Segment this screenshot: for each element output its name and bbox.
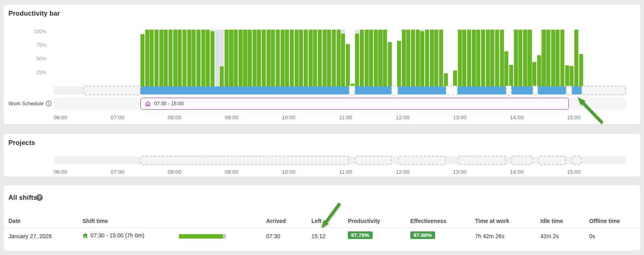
bar-slot[interactable] [411, 30, 416, 86]
tracked-time-segment[interactable] [398, 86, 446, 94]
bar-slot[interactable] [388, 30, 393, 86]
bar-slot[interactable] [276, 30, 281, 86]
bar-slot[interactable] [425, 30, 430, 86]
bar-slot[interactable] [211, 30, 215, 86]
bar-slot[interactable] [462, 30, 467, 86]
bar-slot[interactable] [337, 30, 341, 86]
bar-slot[interactable] [239, 30, 243, 86]
tracked-time-segment[interactable] [572, 86, 582, 94]
bar-slot[interactable] [574, 30, 579, 86]
bar-slot[interactable] [323, 30, 327, 86]
bar-slot[interactable] [365, 30, 369, 86]
bar-slot[interactable] [285, 30, 290, 86]
bar-slot[interactable] [570, 30, 574, 86]
bar-slot[interactable] [509, 30, 514, 86]
bar-slot[interactable] [332, 30, 337, 86]
bar-slot[interactable] [420, 30, 425, 86]
bar-slot[interactable] [309, 30, 313, 86]
bar-slot[interactable] [304, 30, 309, 86]
bar-slot[interactable] [225, 30, 229, 86]
bar-slot[interactable] [187, 30, 192, 86]
info-circle-icon[interactable] [46, 100, 52, 106]
bar-slot[interactable] [197, 30, 201, 86]
bar-slot[interactable] [476, 30, 481, 86]
bar-slot[interactable] [229, 30, 234, 86]
bar-slot[interactable] [397, 30, 402, 86]
bar-slot[interactable] [523, 30, 528, 86]
bar-slot[interactable] [514, 30, 519, 86]
bar-slot[interactable] [486, 30, 491, 86]
bar-slot[interactable] [392, 30, 397, 86]
bar-slot[interactable] [351, 30, 355, 86]
bar-slot[interactable] [215, 30, 220, 86]
tracked-time-segment[interactable] [512, 86, 533, 94]
bar-slot[interactable] [140, 30, 145, 86]
bar-slot[interactable] [542, 30, 546, 86]
bar-slot[interactable] [500, 30, 505, 86]
bar-slot[interactable] [248, 30, 253, 86]
bar-slot[interactable] [453, 30, 458, 86]
bar-slot[interactable] [318, 30, 323, 86]
bar-slot[interactable] [313, 30, 318, 86]
bar-slot[interactable] [253, 30, 257, 86]
bar-slot[interactable] [295, 30, 299, 86]
tracked-time-segment[interactable] [140, 86, 349, 94]
bar-slot[interactable] [434, 30, 439, 86]
bar-slot[interactable] [458, 30, 463, 86]
bar-slot[interactable] [150, 30, 154, 86]
bar-slot[interactable] [374, 30, 379, 86]
bar-slot[interactable] [406, 30, 411, 86]
bar-slot[interactable] [495, 30, 500, 86]
bar-slot[interactable] [472, 30, 477, 86]
bar-slot[interactable] [402, 30, 407, 86]
bar-slot[interactable] [430, 30, 435, 86]
bar-slot[interactable] [234, 30, 239, 86]
bar-slot[interactable] [281, 30, 285, 86]
bar-slot[interactable] [551, 30, 556, 86]
bar-slot[interactable] [220, 30, 225, 86]
bar-slot[interactable] [528, 30, 532, 86]
tracked-time-segment[interactable] [355, 86, 391, 94]
bar-slot[interactable] [565, 30, 570, 86]
bar-slot[interactable] [327, 30, 332, 86]
bar-slot[interactable] [346, 30, 351, 86]
tracked-time-segment[interactable] [457, 86, 506, 94]
bar-slot[interactable] [164, 30, 169, 86]
bar-slot[interactable] [360, 30, 365, 86]
tracked-time-segment[interactable] [538, 86, 566, 94]
bar-slot[interactable] [481, 30, 486, 86]
bar-slot[interactable] [178, 30, 183, 86]
work-schedule-badge[interactable]: 07:30 - 15:00 [140, 98, 569, 110]
bar-slot[interactable] [378, 30, 383, 86]
bar-slot[interactable] [341, 30, 346, 86]
bar-slot[interactable] [383, 30, 388, 86]
bar-slot[interactable] [537, 30, 542, 86]
bar-slot[interactable] [154, 30, 159, 86]
bar-slot[interactable] [201, 30, 206, 86]
bar-slot[interactable] [145, 30, 150, 86]
bar-slot[interactable] [556, 30, 560, 86]
bar-slot[interactable] [448, 30, 453, 86]
bar-slot[interactable] [532, 30, 537, 86]
bar-slot[interactable] [206, 30, 211, 86]
bar-slot[interactable] [444, 30, 449, 86]
bar-slot[interactable] [355, 30, 360, 86]
bar-slot[interactable] [262, 30, 267, 86]
bar-slot[interactable] [467, 30, 472, 86]
bar-slot[interactable] [257, 30, 262, 86]
bar-slot[interactable] [504, 30, 509, 86]
bar-slot[interactable] [192, 30, 197, 86]
bar-slot[interactable] [267, 30, 271, 86]
bar-slot[interactable] [560, 30, 565, 86]
bar-slot[interactable] [579, 30, 584, 86]
bar-slot[interactable] [290, 30, 295, 86]
bar-slot[interactable] [299, 30, 304, 86]
bar-slot[interactable] [271, 30, 276, 86]
bar-slot[interactable] [369, 30, 374, 86]
bar-slot[interactable] [173, 30, 178, 86]
bar-slot[interactable] [518, 30, 523, 86]
question-circle-icon[interactable]: ? [36, 194, 43, 201]
bar-slot[interactable] [490, 30, 495, 86]
bar-slot[interactable] [169, 30, 173, 86]
productivity-bar-chart[interactable] [140, 30, 584, 86]
